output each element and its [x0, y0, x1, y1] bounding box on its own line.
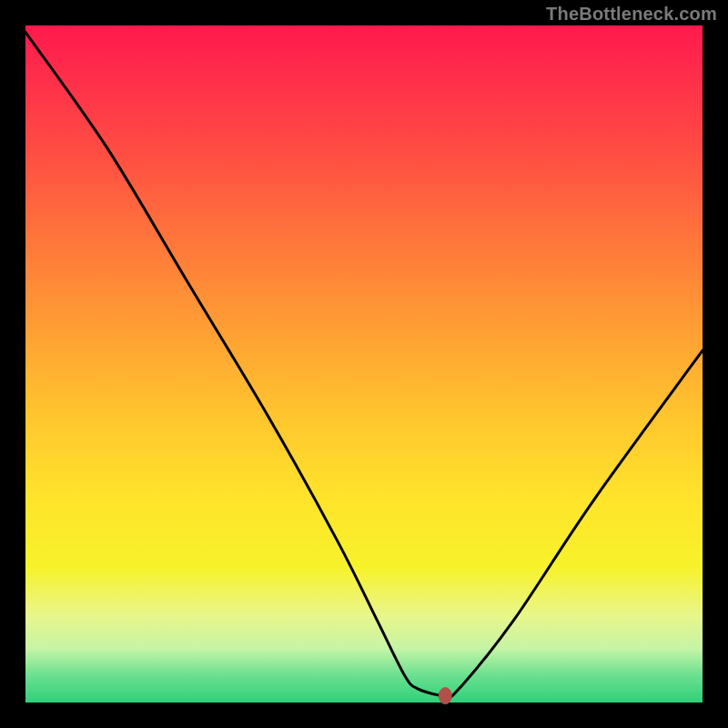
bottleneck-curve [25, 32, 703, 697]
plot-area [25, 25, 703, 703]
source-watermark: TheBottleneck.com [546, 4, 717, 25]
chart-frame: TheBottleneck.com [0, 0, 728, 728]
min-marker [439, 688, 451, 704]
curve-svg [25, 25, 703, 703]
